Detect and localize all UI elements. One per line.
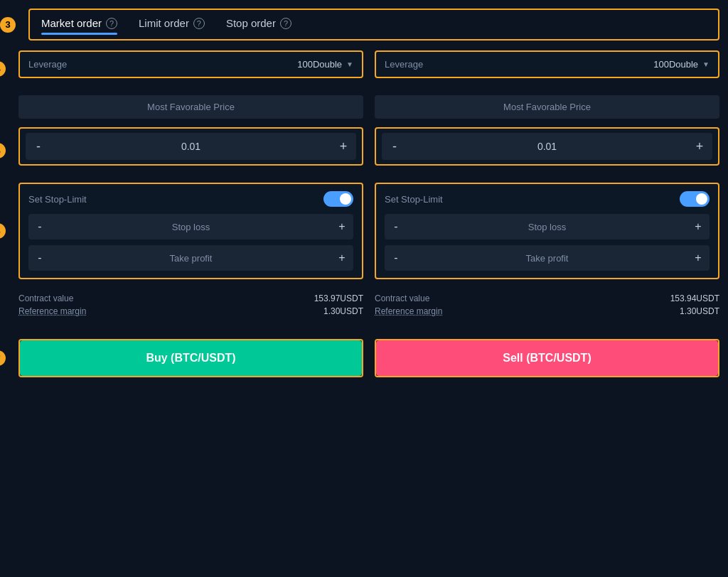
right-take-profit-plus-btn[interactable]: + bbox=[687, 245, 710, 271]
right-favorable-price-btn[interactable]: Most Favorable Price bbox=[375, 95, 719, 119]
buy-button[interactable]: Buy (BTC/USDT) bbox=[20, 340, 362, 376]
right-stepper: - + bbox=[382, 133, 712, 160]
left-stop-loss-label: Stop loss bbox=[51, 214, 331, 239]
leverage-row: Leverage 100Double ▼ Leverage 100Double … bbox=[18, 50, 719, 87]
right-stop-loss-label: Stop loss bbox=[407, 214, 687, 239]
step-badge-4: 4 bbox=[0, 61, 6, 77]
tab-market-order-label: Market order bbox=[41, 17, 102, 29]
left-take-profit-label: Take profit bbox=[51, 245, 331, 271]
left-quantity-plus-btn[interactable]: + bbox=[331, 133, 356, 160]
right-margin-row: Reference margin 1.30USDT bbox=[375, 306, 719, 316]
right-leverage-label: Leverage bbox=[385, 59, 423, 70]
right-stop-limit-section: Set Stop-Limit - Stop loss + - Take prof… bbox=[375, 183, 719, 279]
right-margin-value: 1.30USDT bbox=[680, 306, 719, 316]
right-toggle-thumb bbox=[696, 193, 707, 205]
tab-market-order[interactable]: Market order ? bbox=[41, 17, 117, 33]
buy-action-col: Buy (BTC/USDT) bbox=[18, 339, 363, 377]
right-leverage-value: 100Double bbox=[653, 59, 698, 70]
right-contract-label: Contract value bbox=[375, 293, 429, 303]
stop-order-help-icon[interactable]: ? bbox=[280, 18, 291, 29]
right-take-profit-label: Take profit bbox=[407, 245, 687, 271]
order-tabs: Market order ? Limit order ? Stop order … bbox=[41, 17, 707, 39]
left-take-profit-row: - Take profit + bbox=[28, 245, 353, 271]
right-stop-loss-row: - Stop loss + bbox=[385, 214, 710, 239]
left-contract-section: Contract value 153.97USDT Reference marg… bbox=[18, 288, 363, 325]
right-take-profit-row: - Take profit + bbox=[385, 245, 710, 271]
left-quantity-minus-btn[interactable]: - bbox=[26, 133, 51, 160]
left-margin-row: Reference margin 1.30USDT bbox=[18, 306, 363, 316]
right-stop-loss-plus-btn[interactable]: + bbox=[687, 214, 710, 239]
left-take-profit-minus-btn[interactable]: - bbox=[28, 245, 51, 271]
left-contract-value: 153.97USDT bbox=[314, 293, 363, 303]
contract-value-row: Contract value 153.97USDT Reference marg… bbox=[18, 288, 719, 332]
order-tabs-section: Market order ? Limit order ? Stop order … bbox=[28, 9, 719, 41]
tab-stop-order-label: Stop order bbox=[226, 17, 276, 29]
left-margin-value: 1.30USDT bbox=[323, 306, 363, 316]
right-quantity-plus-btn[interactable]: + bbox=[687, 133, 712, 160]
left-leverage-select[interactable]: 100Double ▼ bbox=[297, 59, 353, 70]
left-stop-loss-minus-btn[interactable]: - bbox=[28, 214, 51, 239]
sell-action-col: Sell (BTC/USDT) bbox=[375, 339, 719, 377]
right-contract-value: 153.94USDT bbox=[670, 293, 719, 303]
left-leverage-panel: Leverage 100Double ▼ bbox=[18, 50, 363, 78]
left-contract-row: Contract value 153.97USDT bbox=[18, 293, 363, 303]
right-quantity-minus-btn[interactable]: - bbox=[382, 133, 407, 160]
left-leverage-row: Leverage 100Double ▼ bbox=[28, 59, 353, 70]
right-contract-row: Contract value 153.94USDT bbox=[375, 293, 719, 303]
action-buttons-row: Buy (BTC/USDT) Sell (BTC/USDT) bbox=[18, 339, 719, 377]
quantity-row: - + - + bbox=[18, 127, 719, 174]
left-stop-loss-plus-btn[interactable]: + bbox=[331, 214, 353, 239]
left-toggle-thumb bbox=[340, 193, 351, 205]
right-stop-limit-label: Set Stop-Limit bbox=[385, 194, 443, 205]
step-badge-3: 3 bbox=[0, 17, 16, 33]
left-leverage-label: Leverage bbox=[28, 59, 67, 70]
step-badge-7: 7 bbox=[0, 350, 6, 366]
tab-stop-order[interactable]: Stop order ? bbox=[226, 17, 291, 33]
left-stepper: - + bbox=[26, 133, 356, 160]
tab-limit-order-label: Limit order bbox=[139, 17, 189, 29]
left-stop-loss-row: - Stop loss + bbox=[28, 214, 353, 239]
right-contract-section: Contract value 153.94USDT Reference marg… bbox=[375, 288, 719, 325]
left-quantity-panel: - + bbox=[18, 127, 363, 166]
left-contract-label: Contract value bbox=[18, 293, 73, 303]
left-leverage-chevron-icon: ▼ bbox=[346, 60, 353, 68]
left-leverage-value: 100Double bbox=[297, 59, 342, 70]
tab-limit-order[interactable]: Limit order ? bbox=[139, 17, 205, 33]
favorable-price-row: Most Favorable Price Most Favorable Pric… bbox=[18, 95, 719, 119]
right-quantity-input[interactable] bbox=[407, 133, 687, 160]
left-stop-limit-header: Set Stop-Limit bbox=[28, 191, 353, 207]
right-stop-loss-minus-btn[interactable]: - bbox=[385, 214, 407, 239]
right-leverage-panel: Leverage 100Double ▼ bbox=[375, 50, 719, 78]
sell-button[interactable]: Sell (BTC/USDT) bbox=[376, 340, 718, 376]
right-take-profit-minus-btn[interactable]: - bbox=[385, 245, 407, 271]
market-order-help-icon[interactable]: ? bbox=[106, 18, 117, 29]
step-badge-6: 6 bbox=[0, 223, 6, 239]
right-stop-limit-toggle[interactable] bbox=[680, 191, 710, 207]
right-leverage-select[interactable]: 100Double ▼ bbox=[653, 59, 710, 70]
left-take-profit-plus-btn[interactable]: + bbox=[331, 245, 353, 271]
limit-order-help-icon[interactable]: ? bbox=[193, 18, 205, 29]
left-stop-limit-toggle[interactable] bbox=[323, 191, 353, 207]
stop-limit-row: Set Stop-Limit - Stop loss + - Take prof… bbox=[18, 183, 719, 279]
right-margin-label: Reference margin bbox=[375, 306, 442, 316]
left-margin-label: Reference margin bbox=[18, 306, 86, 316]
left-favorable-price-btn[interactable]: Most Favorable Price bbox=[18, 95, 363, 119]
right-leverage-chevron-icon: ▼ bbox=[702, 60, 710, 68]
right-stop-limit-header: Set Stop-Limit bbox=[385, 191, 710, 207]
right-quantity-panel: - + bbox=[375, 127, 719, 166]
left-stop-limit-label: Set Stop-Limit bbox=[28, 194, 87, 205]
left-stop-limit-section: Set Stop-Limit - Stop loss + - Take prof… bbox=[18, 183, 363, 279]
left-quantity-input[interactable] bbox=[51, 133, 331, 160]
right-leverage-row: Leverage 100Double ▼ bbox=[385, 59, 710, 70]
step-badge-5: 5 bbox=[0, 143, 6, 158]
main-container: 3 Market order ? Limit order ? Stop orde… bbox=[9, 9, 719, 377]
